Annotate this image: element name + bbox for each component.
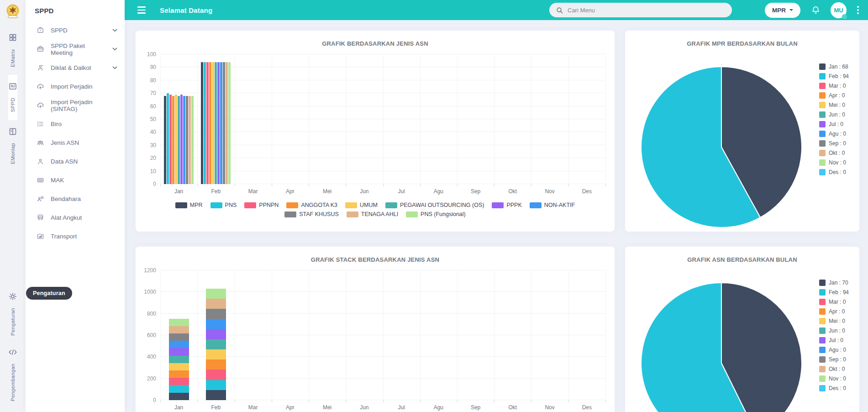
sidebar-item-bendahara[interactable]: Bendahara [26, 190, 125, 208]
legend-item-nov[interactable]: Nov : 0 [819, 159, 849, 166]
legend-swatch [819, 169, 826, 175]
sidebar-item-import-perjadin-sintag[interactable]: Import Perjadin (SINTAG) [26, 96, 125, 115]
legend-swatch [819, 308, 826, 315]
rail-tab-pengembangan[interactable]: Pengembangan [0, 348, 26, 401]
legend-item-nov[interactable]: Nov : 0 [819, 375, 849, 382]
legend-item-mei[interactable]: Mei : 0 [819, 102, 849, 108]
sidebar-item-label: Diklat & Dalkot [51, 64, 91, 71]
stack-segment [206, 319, 226, 329]
legend-item-pegawai-outsourcing-os[interactable]: PEGAWAI OUTSOURCING (OS) [385, 202, 484, 208]
legend-item-jun[interactable]: Jun : 0 [819, 327, 849, 334]
stack-segment [169, 370, 189, 378]
sidebar-item-diklat-dalkot[interactable]: Diklat & Dalkot [26, 58, 125, 77]
sidebar-item-sppd[interactable]: SPPD [26, 21, 125, 40]
legend-label: Sep : 0 [829, 140, 846, 147]
legend-item-des[interactable]: Des : 0 [819, 385, 849, 391]
sidebar-item-alat-angkut[interactable]: Alat Angkut [26, 208, 125, 227]
notifications-button[interactable] [811, 5, 821, 15]
legend-item-tenaga-ahli[interactable]: TENAGA AHLI [347, 211, 398, 217]
legend-item-apr[interactable]: Apr : 0 [819, 92, 849, 99]
transport-icon [37, 232, 44, 240]
legend-swatch [819, 385, 826, 391]
legend-item-jan[interactable]: Jan : 70 [819, 280, 849, 286]
legend-item-feb[interactable]: Feb : 94 [819, 73, 849, 79]
legend-label: Des : 0 [829, 385, 846, 391]
sidebar-item-label: SPPD Paket Meeting [51, 42, 106, 56]
legend-swatch [819, 102, 826, 108]
x-axis-label: Jun [346, 188, 383, 195]
legend-item-pns[interactable]: PNS [210, 202, 237, 208]
search-input[interactable] [568, 7, 725, 14]
legend-swatch [819, 366, 826, 372]
legend-item-agu[interactable]: Agu : 0 [819, 131, 849, 137]
legend-item-okt[interactable]: Okt : 0 [819, 366, 849, 372]
legend-label: PEGAWAI OUTSOURCING (OS) [400, 202, 484, 208]
legend-item-mar[interactable]: Mar : 0 [819, 83, 849, 89]
legend-item-mei[interactable]: Mei : 0 [819, 318, 849, 324]
legend-label: Jan : 68 [829, 63, 848, 70]
rail-tab-emonlap[interactable]: EMonlap [8, 120, 17, 172]
sidebar-title: SPPD [26, 6, 125, 21]
sidebar-item-mak[interactable]: MAK [26, 171, 125, 190]
stack-segment [169, 363, 189, 370]
sidebar-item-biro[interactable]: Biro [26, 115, 125, 133]
legend-item-non-aktif[interactable]: NON-AKTIF [530, 202, 575, 208]
legend-item-mar[interactable]: Mar : 0 [819, 299, 849, 305]
stack-segment [206, 349, 226, 359]
legend-item-staf-khusus[interactable]: STAF KHUSUS [284, 211, 339, 217]
x-axis-label: Okt [494, 188, 531, 195]
chevron-down-icon [112, 66, 117, 69]
legend-item-mpr[interactable]: MPR [175, 202, 203, 208]
legend-item-pns-fungsional[interactable]: PNS (Fungsional) [406, 211, 466, 217]
legend-item-agu[interactable]: Agu : 0 [819, 347, 849, 353]
rail-tab-sppd[interactable]: SPPD [8, 75, 17, 120]
sidebar-item-transport[interactable]: Transport [26, 227, 125, 246]
legend-item-okt[interactable]: Okt : 0 [819, 150, 849, 156]
x-axis: JanFebMarAprMeiJunJulAguSepOktNovDes [160, 402, 605, 412]
sidebar-item-label: Bendahara [51, 195, 81, 202]
grid-icon [8, 33, 17, 44]
legend-item-jul[interactable]: Jul : 0 [819, 121, 849, 127]
legend-swatch [819, 347, 826, 353]
legend-item-sep[interactable]: Sep : 0 [819, 140, 849, 147]
legend-item-ppnpn[interactable]: PPNPN [244, 202, 279, 208]
legend-item-sep[interactable]: Sep : 0 [819, 356, 849, 363]
legend-swatch [345, 202, 357, 208]
legend-label: Des : 0 [829, 169, 846, 175]
sidebar-item-data-asn[interactable]: Data ASN [26, 152, 125, 171]
legend-swatch [819, 337, 826, 343]
legend-swatch [819, 131, 826, 137]
pengaturan-tooltip: Pengaturan [26, 287, 72, 300]
legend-item-jan[interactable]: Jan : 68 [819, 63, 849, 70]
sidebar-item-sppd-paket-meeting[interactable]: SPPD Paket Meeting [26, 40, 125, 58]
list-icon [37, 120, 44, 128]
user-avatar[interactable]: MU [831, 2, 847, 18]
legend-swatch [819, 289, 826, 296]
legend-label: Apr : 0 [829, 92, 845, 99]
search-box[interactable] [549, 3, 732, 17]
legend-item-umum[interactable]: UMUM [345, 202, 378, 208]
legend-item-pppk[interactable]: PPPK [492, 202, 521, 208]
x-axis-label: Nov [531, 188, 568, 195]
rail-tab-ematrix[interactable]: EMatrix [8, 26, 17, 75]
x-axis-label: Mar [235, 188, 272, 195]
mpr-logo[interactable] [5, 0, 21, 26]
sidebar-item-jenis-asn[interactable]: Jenis ASN [26, 133, 125, 152]
legend-item-jul[interactable]: Jul : 0 [819, 337, 849, 343]
rail-tab-pengaturan[interactable]: Pengaturan [0, 292, 26, 336]
legend-item-des[interactable]: Des : 0 [819, 169, 849, 175]
more-options-button[interactable] [855, 4, 861, 16]
legend-item-feb[interactable]: Feb : 94 [819, 289, 849, 296]
legend-item-apr[interactable]: Apr : 0 [819, 308, 849, 315]
legend-label: Mei : 0 [829, 318, 845, 324]
org-selector-button[interactable]: MPR [765, 3, 800, 18]
stack-segment [206, 329, 226, 339]
bar [220, 62, 222, 184]
legend-item-jun[interactable]: Jun : 0 [819, 111, 849, 118]
app-root: EMatrix SPPD EMonlap Pengaturan Pengemba… [0, 0, 868, 412]
sidebar-item-label: Import Perjadin [51, 83, 93, 90]
bar [223, 62, 225, 184]
menu-toggle-button[interactable] [136, 5, 147, 15]
legend-item-anggota-k3[interactable]: ANGGOTA K3 [286, 202, 337, 208]
sidebar-item-import-perjadin[interactable]: Import Perjadin [26, 77, 125, 96]
